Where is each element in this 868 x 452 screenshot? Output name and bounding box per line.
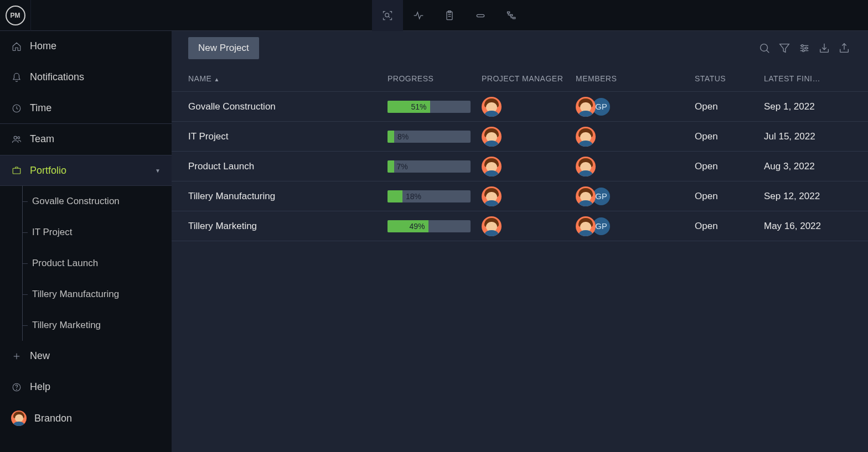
briefcase-icon: [11, 165, 22, 175]
svg-rect-12: [13, 168, 20, 174]
sidebar-item-home[interactable]: Home: [0, 31, 172, 62]
zoom-scan-icon[interactable]: [372, 0, 403, 31]
col-name[interactable]: NAME▲: [188, 74, 388, 83]
app-logo[interactable]: PM: [0, 0, 31, 31]
export-icon[interactable]: [837, 41, 851, 55]
progress-fill: [388, 190, 402, 202]
progress-bar: 49%: [388, 220, 471, 232]
avatar[interactable]: [482, 186, 502, 206]
portfolio-child[interactable]: Tillery Marketing: [17, 310, 172, 341]
members-cell: [576, 157, 695, 176]
project-name: Product Launch: [188, 161, 388, 172]
latest-finish-cell: Aug 3, 2022: [764, 161, 851, 172]
progress-cell: 49%: [388, 220, 482, 232]
progress-fill: 49%: [388, 220, 428, 232]
progress-bar: 18%: [388, 190, 471, 202]
flow-icon[interactable]: [496, 0, 527, 31]
avatar[interactable]: [576, 97, 596, 117]
progress-bar: 8%: [388, 131, 471, 143]
sidebar-item-time[interactable]: Time: [0, 93, 172, 124]
portfolio-child[interactable]: Tillery Manufacturing: [17, 279, 172, 310]
sidebar-item-label: Help: [30, 381, 50, 393]
portfolio-child[interactable]: Govalle Construction: [17, 186, 172, 217]
avatar[interactable]: [482, 97, 502, 117]
content-header: New Project: [172, 31, 868, 65]
members-cell: GP: [576, 216, 695, 236]
svg-rect-8: [513, 17, 515, 19]
latest-finish-cell: May 16, 2022: [764, 221, 851, 232]
project-manager-cell: [482, 157, 576, 176]
latest-finish-cell: Sep 12, 2022: [764, 191, 851, 202]
progress-cell: 8%: [388, 131, 482, 143]
portfolio-child[interactable]: IT Project: [17, 217, 172, 248]
home-icon: [11, 41, 22, 51]
avatar[interactable]: [482, 127, 502, 147]
avatar[interactable]: [576, 186, 596, 206]
table-row[interactable]: Govalle Construction51%GPOpenSep 1, 2022: [172, 92, 868, 122]
status-cell: Open: [695, 191, 764, 202]
project-manager-cell: [482, 216, 576, 236]
project-manager-cell: [482, 186, 576, 206]
col-members[interactable]: MEMBERS: [576, 74, 695, 83]
sidebar-item-help[interactable]: Help: [0, 372, 172, 403]
activity-icon[interactable]: [403, 0, 434, 31]
progress-value: 18%: [402, 190, 421, 202]
svg-line-18: [767, 50, 769, 53]
svg-marker-19: [780, 44, 789, 53]
plus-icon: [11, 351, 22, 361]
avatar[interactable]: [482, 216, 502, 236]
svg-point-0: [385, 13, 389, 17]
attachment-icon[interactable]: [465, 0, 496, 31]
progress-value: 7%: [394, 160, 408, 173]
svg-point-11: [18, 137, 20, 139]
progress-fill: 51%: [388, 101, 430, 113]
users-icon: [11, 134, 22, 144]
new-project-button[interactable]: New Project: [188, 37, 259, 59]
sidebar-item-label: Portfolio: [30, 165, 66, 176]
sidebar-item-team[interactable]: Team: [0, 124, 172, 155]
import-icon[interactable]: [817, 41, 831, 55]
progress-cell: 18%: [388, 190, 482, 202]
col-status[interactable]: STATUS: [695, 74, 764, 83]
table-row[interactable]: IT Project8%OpenJul 15, 2022: [172, 122, 868, 152]
progress-cell: 51%: [388, 101, 482, 113]
avatar[interactable]: [482, 157, 502, 176]
col-progress[interactable]: PROGRESS: [388, 74, 482, 83]
avatar[interactable]: [576, 127, 596, 147]
filter-icon[interactable]: [777, 41, 792, 55]
logo-text: PM: [6, 6, 25, 25]
table-row[interactable]: Product Launch7%OpenAug 3, 2022: [172, 152, 868, 181]
clipboard-icon[interactable]: [434, 0, 465, 31]
svg-point-23: [802, 45, 804, 47]
svg-point-25: [802, 50, 804, 52]
sidebar-item-portfolio[interactable]: Portfolio ▼: [0, 155, 172, 186]
sidebar-item-label: Home: [30, 40, 56, 52]
avatar[interactable]: [576, 157, 596, 176]
status-cell: Open: [695, 131, 764, 142]
sidebar-user[interactable]: Brandon: [0, 403, 172, 434]
sidebar-item-new[interactable]: New: [0, 341, 172, 372]
svg-rect-6: [508, 12, 510, 13]
col-latest-finish[interactable]: LATEST FINI…: [764, 74, 851, 83]
svg-point-17: [761, 44, 768, 51]
latest-finish-cell: Sep 1, 2022: [764, 101, 851, 112]
settings-sliders-icon[interactable]: [797, 41, 812, 55]
col-project-manager[interactable]: PROJECT MANAGER: [482, 74, 576, 83]
members-cell: GP: [576, 186, 695, 206]
table-row[interactable]: Tillery Marketing49%GPOpenMay 16, 2022: [172, 211, 868, 241]
project-name: Govalle Construction: [188, 101, 388, 112]
bell-icon: [11, 72, 22, 82]
progress-fill: [388, 131, 394, 143]
content-area: New Project NAME▲ PROGRESS PROJECT MANAG…: [172, 31, 868, 452]
table-row[interactable]: Tillery Manufacturing18%GPOpenSep 12, 20…: [172, 181, 868, 211]
progress-value: 8%: [394, 131, 409, 143]
status-cell: Open: [695, 101, 764, 112]
progress-cell: 7%: [388, 160, 482, 173]
project-name: Tillery Manufacturing: [188, 191, 388, 202]
search-icon[interactable]: [757, 41, 772, 55]
sort-asc-icon: ▲: [214, 76, 219, 82]
progress-bar: 51%: [388, 101, 471, 113]
portfolio-child[interactable]: Product Launch: [17, 248, 172, 279]
sidebar-item-notifications[interactable]: Notifications: [0, 62, 172, 93]
avatar[interactable]: [576, 216, 596, 236]
